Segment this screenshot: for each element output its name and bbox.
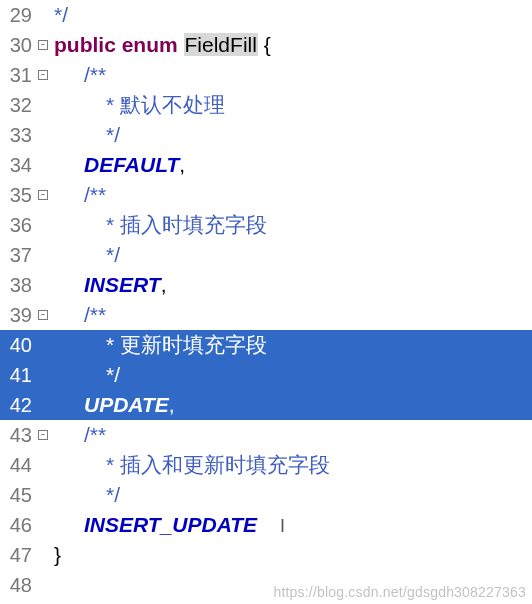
code-line[interactable]: 40* 更新时填充字段 (0, 330, 532, 360)
code-content[interactable]: */ (50, 480, 532, 510)
code-line[interactable]: 47} (0, 540, 532, 570)
code-line[interactable]: 46INSERT_UPDATE (0, 510, 532, 540)
javadoc: /** (84, 183, 106, 206)
code-line[interactable]: 42UPDATE, (0, 390, 532, 420)
fold-toggle-icon[interactable] (36, 300, 50, 330)
code-line[interactable]: 44* 插入和更新时填充字段 (0, 450, 532, 480)
code-line[interactable]: 29*/ (0, 0, 532, 30)
line-number: 40 (0, 330, 36, 360)
code-content[interactable]: /** (50, 60, 532, 90)
line-number: 36 (0, 210, 36, 240)
code-content[interactable]: */ (50, 360, 532, 390)
fold-gutter (36, 540, 50, 570)
line-number: 48 (0, 570, 36, 600)
code-content[interactable]: * 插入和更新时填充字段 (50, 450, 532, 480)
code-content[interactable]: } (50, 540, 532, 570)
line-number: 44 (0, 450, 36, 480)
fold-gutter (36, 480, 50, 510)
code-content[interactable]: */ (50, 0, 532, 30)
code-line[interactable]: 31/** (0, 60, 532, 90)
code-content[interactable]: */ (50, 120, 532, 150)
javadoc: */ (106, 243, 120, 266)
fold-gutter (36, 150, 50, 180)
fold-gutter (36, 0, 50, 30)
code-content[interactable]: DEFAULT, (50, 150, 532, 180)
fold-toggle-icon[interactable] (36, 60, 50, 90)
javadoc: * 默认不处理 (106, 93, 225, 116)
code-line[interactable]: 43/** (0, 420, 532, 450)
code-content[interactable]: * 更新时填充字段 (50, 330, 532, 360)
fold-gutter (36, 270, 50, 300)
code-content[interactable]: */ (50, 240, 532, 270)
fold-toggle-icon[interactable] (36, 180, 50, 210)
line-number: 41 (0, 360, 36, 390)
line-number: 30 (0, 30, 36, 60)
code-content[interactable]: * 默认不处理 (50, 90, 532, 120)
code-content[interactable]: /** (50, 180, 532, 210)
fold-gutter (36, 570, 50, 600)
line-number: 39 (0, 300, 36, 330)
line-number: 35 (0, 180, 36, 210)
brace: } (54, 543, 61, 566)
code-content[interactable]: INSERT_UPDATE (50, 510, 532, 540)
code-content[interactable]: /** (50, 300, 532, 330)
javadoc: /** (84, 423, 106, 446)
code-line[interactable]: 45*/ (0, 480, 532, 510)
line-number: 37 (0, 240, 36, 270)
javadoc: */ (54, 3, 68, 26)
fold-gutter (36, 240, 50, 270)
separator: , (169, 393, 175, 416)
line-number: 34 (0, 150, 36, 180)
javadoc: /** (84, 303, 106, 326)
javadoc: * 插入和更新时填充字段 (106, 453, 330, 476)
code-line[interactable]: 36* 插入时填充字段 (0, 210, 532, 240)
enum-constant: INSERT_UPDATE (84, 513, 257, 536)
code-line[interactable]: 32* 默认不处理 (0, 90, 532, 120)
code-line[interactable]: 38INSERT, (0, 270, 532, 300)
enum-constant: INSERT (84, 273, 161, 296)
javadoc: * 插入时填充字段 (106, 213, 267, 236)
fold-gutter (36, 390, 50, 420)
line-number: 43 (0, 420, 36, 450)
separator: , (161, 273, 167, 296)
fold-gutter (36, 120, 50, 150)
javadoc: */ (106, 363, 120, 386)
line-number: 32 (0, 90, 36, 120)
line-number: 47 (0, 540, 36, 570)
separator: , (179, 153, 185, 176)
fold-gutter (36, 210, 50, 240)
javadoc: * 更新时填充字段 (106, 333, 267, 356)
keyword: public enum (54, 33, 178, 56)
line-number: 33 (0, 120, 36, 150)
fold-gutter (36, 450, 50, 480)
fold-gutter (36, 90, 50, 120)
code-line[interactable]: 35/** (0, 180, 532, 210)
javadoc: */ (106, 123, 120, 146)
line-number: 29 (0, 0, 36, 30)
code-editor[interactable]: 29*/30public enum FieldFill {31/**32* 默认… (0, 0, 532, 600)
fold-toggle-icon[interactable] (36, 420, 50, 450)
line-number: 46 (0, 510, 36, 540)
code-content[interactable]: public enum FieldFill { (50, 30, 532, 60)
code-line[interactable]: 39/** (0, 300, 532, 330)
line-number: 42 (0, 390, 36, 420)
code-line[interactable]: 34DEFAULT, (0, 150, 532, 180)
brace: { (264, 33, 271, 56)
code-content[interactable]: INSERT, (50, 270, 532, 300)
fold-toggle-icon[interactable] (36, 30, 50, 60)
code-line[interactable]: 41*/ (0, 360, 532, 390)
code-content[interactable]: UPDATE, (50, 390, 532, 420)
enum-constant: DEFAULT (84, 153, 179, 176)
fold-gutter (36, 360, 50, 390)
code-content[interactable]: /** (50, 420, 532, 450)
code-line[interactable]: 37*/ (0, 240, 532, 270)
line-number: 38 (0, 270, 36, 300)
javadoc: */ (106, 483, 120, 506)
fold-gutter (36, 330, 50, 360)
line-number: 45 (0, 480, 36, 510)
code-line[interactable]: 30public enum FieldFill { (0, 30, 532, 60)
enum-constant: UPDATE (84, 393, 169, 416)
code-content[interactable]: * 插入时填充字段 (50, 210, 532, 240)
code-line[interactable]: 33*/ (0, 120, 532, 150)
javadoc: /** (84, 63, 106, 86)
